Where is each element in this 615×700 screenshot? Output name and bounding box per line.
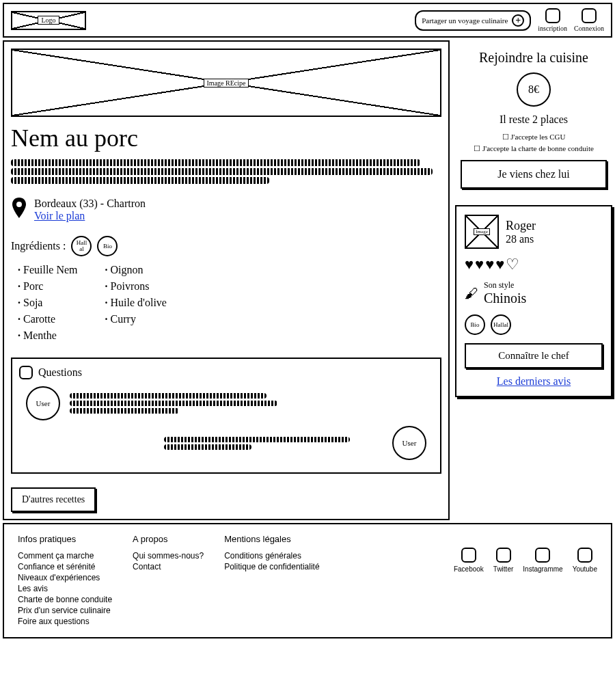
ingredient-item: Poivrons xyxy=(105,278,167,295)
chef-age: 28 ans xyxy=(506,233,536,245)
ingredient-item: Huile d'olive xyxy=(105,295,167,311)
bio-badge: Bio xyxy=(97,236,118,256)
header-bar: Logo Partager un voyage culinaire + insc… xyxy=(3,3,612,38)
questions-panel: Questions User User xyxy=(11,358,441,474)
footer-link[interactable]: Conditions générales xyxy=(224,551,319,561)
footer-link[interactable]: Foire aux questions xyxy=(18,617,112,626)
chef-hallal-badge: Hallal xyxy=(491,314,511,335)
footer: Infos pratiques Comment ça marcheConfian… xyxy=(3,523,612,638)
price-badge: 8€ xyxy=(517,72,551,107)
ingredients-label: Ingrédients : xyxy=(11,240,66,252)
footer-link[interactable]: Les avis xyxy=(18,584,112,593)
footer-link[interactable]: Prix d'un service culinaire xyxy=(18,606,112,615)
questions-label: Questions xyxy=(38,366,82,379)
location-pin-icon xyxy=(11,198,27,221)
cgu-checkbox[interactable]: J'accepte les CGU xyxy=(461,133,607,142)
login-button[interactable]: Connexion xyxy=(574,8,604,32)
share-trip-button[interactable]: Partager un voyage culinaire + xyxy=(415,10,531,31)
reviews-link[interactable]: Les derniers avis xyxy=(497,375,571,387)
ingredients-list: Feuille NemPorcSojaCarotteMenthe OignonP… xyxy=(18,262,441,344)
places-left: Il reste 2 places xyxy=(461,113,607,126)
join-kitchen-panel: Rejoindre la cuisine 8€ Il reste 2 place… xyxy=(455,40,612,198)
ingredient-item: Menthe xyxy=(18,327,78,344)
footer-link[interactable]: Contact xyxy=(133,562,204,571)
hallal-badge: Hall al xyxy=(71,236,92,256)
join-title: Rejoindre la cuisine xyxy=(461,50,607,66)
other-recipes-button[interactable]: D'autres recettes xyxy=(11,487,96,512)
know-chef-button[interactable]: Connaître le chef xyxy=(465,343,603,368)
ingredient-item: Feuille Nem xyxy=(18,262,78,278)
social-facebook[interactable]: Facebook xyxy=(454,548,484,573)
footer-col1-title: Infos pratiques xyxy=(18,534,112,544)
ingredient-item: Porc xyxy=(18,278,78,295)
join-button[interactable]: Je viens chez lui xyxy=(461,160,607,189)
footer-col3-title: Mentions légales xyxy=(224,534,319,544)
footer-col2-title: A propos xyxy=(133,534,204,544)
logo[interactable]: Logo xyxy=(11,11,86,30)
style-label: Son style xyxy=(484,280,526,291)
map-link[interactable]: Voir le plan xyxy=(34,210,85,221)
ingredient-item: Soja xyxy=(18,295,78,311)
ingredient-item: Curry xyxy=(105,311,167,327)
share-label: Partager un voyage culinaire xyxy=(422,16,508,25)
footer-link[interactable]: Confiance et sérénité xyxy=(18,562,112,571)
style-value: Chinois xyxy=(484,291,526,306)
chef-image: Image xyxy=(465,215,499,249)
chef-card: Image Roger 28 ans ♥♥♥♥♡ 🖌 Son style Chi… xyxy=(455,205,612,397)
questions-checkbox[interactable] xyxy=(19,366,33,379)
ingredient-item: Oignon xyxy=(105,262,167,278)
chef-rating: ♥♥♥♥♡ xyxy=(465,256,603,273)
social-youtube[interactable]: Youtube xyxy=(573,548,597,573)
recipe-image: Image REcipe xyxy=(11,49,441,117)
signup-button[interactable]: inscription xyxy=(538,8,567,32)
chef-bio-badge: Bio xyxy=(465,314,485,335)
user-avatar: User xyxy=(392,426,426,460)
footer-link[interactable]: Comment ça marche xyxy=(18,551,112,561)
recipe-title: Nem au porc xyxy=(11,124,441,152)
recipe-panel: Image REcipe Nem au porc Bordeaux (33) -… xyxy=(3,40,450,520)
brush-icon: 🖌 xyxy=(465,286,478,301)
footer-link[interactable]: Qui sommes-nous? xyxy=(133,551,204,561)
plus-icon: + xyxy=(512,14,524,27)
ingredient-item: Carotte xyxy=(18,311,78,327)
footer-link[interactable]: Charte de bonne conduite xyxy=(18,595,112,604)
location-text: Bordeaux (33) - Chartron xyxy=(34,198,146,210)
footer-link[interactable]: Politique de confidentialité xyxy=(224,562,319,571)
footer-link[interactable]: Niveaux d'expériences xyxy=(18,573,112,582)
social-instagramme[interactable]: Instagramme xyxy=(523,548,562,573)
charte-checkbox[interactable]: J'accepte la charte de bonne conduite xyxy=(461,144,607,153)
social-twitter[interactable]: Twitter xyxy=(493,548,513,573)
user-avatar: User xyxy=(26,386,60,420)
chef-name: Roger xyxy=(506,219,536,233)
recipe-description xyxy=(11,159,441,184)
